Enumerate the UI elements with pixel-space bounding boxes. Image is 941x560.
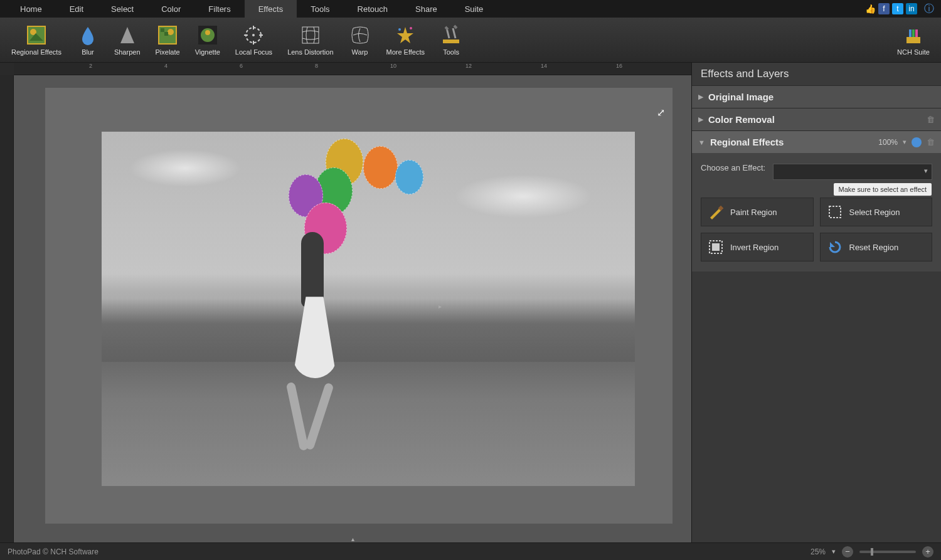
tool-regional-effects[interactable]: Regional Effects	[4, 22, 69, 58]
tool-blur[interactable]: Blur	[69, 22, 107, 58]
regional-effects-body: Choose an Effect: Make sure to select an…	[692, 153, 941, 272]
statusbar: PhotoPad © NCH Software 25% ▾ − +	[0, 542, 941, 560]
tool-label: More Effects	[386, 48, 425, 56]
menubar-social: 👍 f t in ⓘ	[864, 3, 935, 14]
tool-tools[interactable]: Tools	[432, 22, 470, 58]
zoom-value: 25%	[811, 547, 826, 556]
tool-vignette[interactable]: Vignette	[188, 22, 228, 58]
region-buttons: Paint Region Select Region Invert Region	[701, 198, 932, 262]
image-balloon	[395, 160, 423, 194]
tool-label: Pixelate	[156, 48, 180, 56]
tool-nch-suite[interactable]: NCH Suite	[890, 22, 937, 58]
zoom-out-button[interactable]: −	[842, 546, 853, 557]
image-balloon	[363, 146, 398, 189]
tool-label: Regional Effects	[11, 48, 61, 56]
svg-point-3	[167, 29, 174, 35]
trash-icon[interactable]: 🗑	[927, 115, 935, 124]
tool-label: Local Focus	[235, 48, 272, 56]
svg-rect-21	[912, 29, 915, 37]
warp-icon	[349, 24, 371, 46]
tool-more-effects[interactable]: More Effects	[379, 22, 433, 58]
region-btn-label: Select Region	[849, 208, 900, 217]
layer-original-image[interactable]: ▶ Original Image	[692, 85, 941, 108]
reset-region-button[interactable]: Reset Region	[820, 233, 933, 262]
ruler-vertical	[0, 75, 14, 542]
menu-select[interactable]: Select	[97, 0, 147, 18]
local-focus-icon	[243, 24, 264, 46]
toolbar: Regional Effects Blur Sharpen Pixelate V…	[0, 18, 941, 63]
panel-spacer	[692, 272, 941, 542]
toolbar-right: NCH Suite	[890, 22, 937, 58]
svg-rect-24	[829, 206, 841, 218]
tool-pixelate[interactable]: Pixelate	[148, 22, 188, 58]
canvas-area: 2 4 6 8 10 12 14 16 ⤢	[0, 63, 691, 542]
menu-color[interactable]: Color	[147, 0, 194, 18]
menubar: Home Edit Select Color Filters Effects T…	[0, 0, 941, 18]
menu-filters[interactable]: Filters	[194, 0, 244, 18]
layer-label: Regional Effects	[710, 137, 784, 147]
tool-warp[interactable]: Warp	[341, 22, 379, 58]
tool-local-focus[interactable]: Local Focus	[228, 22, 280, 58]
like-icon[interactable]: 👍	[864, 3, 876, 14]
tool-sharpen[interactable]: Sharpen	[107, 22, 148, 58]
chevron-right-icon: ▶	[698, 93, 703, 101]
reset-region-icon	[827, 239, 843, 255]
svg-rect-18	[443, 40, 459, 43]
ruler-tick: 14	[541, 63, 547, 69]
image-cloud	[454, 174, 592, 218]
ruler-tick: 2	[89, 63, 92, 69]
region-btn-label: Invert Region	[730, 243, 779, 252]
zoom-slider[interactable]	[859, 551, 916, 553]
undo-icon[interactable]	[912, 137, 922, 147]
help-icon[interactable]: ⓘ	[923, 3, 935, 14]
canvas-image[interactable]	[102, 132, 635, 486]
svg-rect-19	[906, 37, 920, 43]
ruler-tick: 16	[616, 63, 622, 69]
menu-share[interactable]: Share	[401, 0, 451, 18]
tool-lens-distortion[interactable]: Lens Distortion	[280, 22, 341, 58]
menu-edit[interactable]: Edit	[56, 0, 97, 18]
ruler-tick: 8	[315, 63, 318, 69]
image-figure	[272, 203, 354, 451]
zoom-in-button[interactable]: +	[922, 546, 933, 557]
regional-effects-icon	[26, 24, 47, 46]
expand-icon[interactable]: ⤢	[657, 107, 665, 119]
toolbar-left: Regional Effects Blur Sharpen Pixelate V…	[4, 22, 470, 58]
twitter-icon[interactable]: t	[892, 3, 903, 14]
select-region-icon	[827, 204, 843, 220]
collapse-bottom-icon[interactable]: ▴	[351, 536, 354, 542]
layer-opacity[interactable]: 100%	[878, 138, 898, 147]
image-cloud	[129, 149, 242, 187]
canvas-viewport[interactable]: ⤢	[14, 75, 691, 542]
blur-icon	[77, 24, 98, 46]
layer-color-removal[interactable]: ▶ Color Removal 🗑	[692, 108, 941, 130]
tools-icon	[440, 24, 462, 46]
layer-regional-effects[interactable]: ▼ Regional Effects 100%▾ 🗑	[692, 130, 941, 153]
menu-tools[interactable]: Tools	[297, 0, 343, 18]
facebook-icon[interactable]: f	[878, 3, 890, 14]
collapse-right-icon[interactable]: ▸	[439, 303, 442, 310]
menu-suite[interactable]: Suite	[451, 0, 497, 18]
tool-label: Lens Distortion	[287, 48, 333, 56]
trash-icon[interactable]: 🗑	[927, 137, 935, 147]
select-region-button[interactable]: Select Region	[820, 198, 933, 226]
pixelate-icon	[157, 24, 178, 46]
paint-icon	[708, 204, 724, 220]
svg-point-16	[398, 28, 401, 31]
paint-region-button[interactable]: Paint Region	[701, 198, 814, 226]
linkedin-icon[interactable]: in	[906, 3, 917, 14]
menu-home[interactable]: Home	[6, 0, 56, 18]
chevron-right-icon: ▶	[698, 115, 703, 124]
menu-effects[interactable]: Effects	[245, 0, 297, 18]
invert-region-button[interactable]: Invert Region	[701, 233, 814, 262]
svg-rect-20	[909, 29, 912, 37]
chevron-down-icon[interactable]: ▾	[832, 547, 836, 556]
layer-label: Original Image	[708, 92, 774, 102]
menu-retouch[interactable]: Retouch	[344, 0, 401, 18]
layer-label: Color Removal	[708, 114, 775, 125]
svg-rect-5	[164, 32, 168, 36]
region-btn-label: Reset Region	[849, 243, 899, 252]
svg-rect-15	[302, 27, 319, 43]
chevron-down-icon: ▾	[903, 138, 906, 146]
effect-dropdown[interactable]: Make sure to select an effect	[773, 164, 932, 180]
